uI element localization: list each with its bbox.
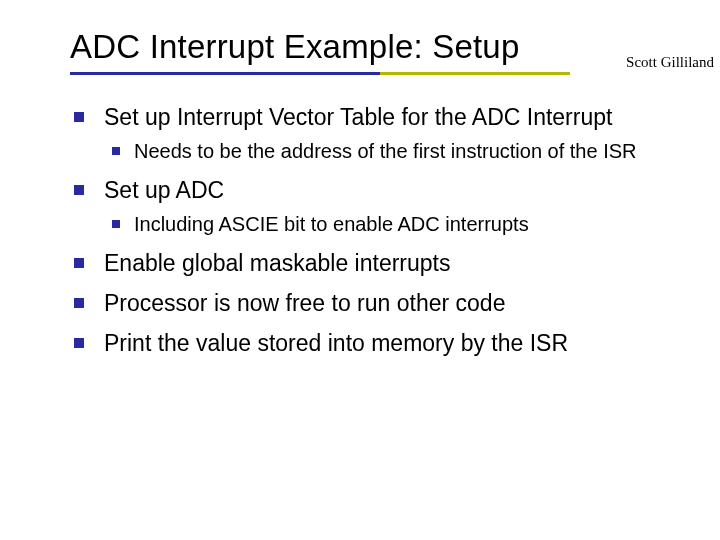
sub-bullet-text: Including ASCIE bit to enable ADC interr… bbox=[134, 213, 529, 235]
bullet-item: Processor is now free to run other code bbox=[70, 289, 690, 317]
bullet-text: Enable global maskable interrupts bbox=[104, 250, 450, 276]
title-block: ADC Interrupt Example: Setup bbox=[0, 28, 720, 75]
title-underline bbox=[70, 72, 570, 75]
bullet-item: Enable global maskable interrupts bbox=[70, 249, 690, 277]
bullet-text: Processor is now free to run other code bbox=[104, 290, 505, 316]
slide: Scott Gilliland ADC Interrupt Example: S… bbox=[0, 0, 720, 540]
bullet-text: Set up ADC bbox=[104, 177, 224, 203]
sub-bullet-text: Needs to be the address of the first ins… bbox=[134, 140, 637, 162]
bullet-item: Set up Interrupt Vector Table for the AD… bbox=[70, 103, 690, 164]
bullet-text: Print the value stored into memory by th… bbox=[104, 330, 568, 356]
bullet-item: Set up ADC Including ASCIE bit to enable… bbox=[70, 176, 690, 237]
slide-title: ADC Interrupt Example: Setup bbox=[70, 28, 698, 66]
sub-bullet-item: Including ASCIE bit to enable ADC interr… bbox=[104, 212, 690, 237]
sub-bullet-list: Including ASCIE bit to enable ADC interr… bbox=[104, 212, 690, 237]
slide-body: Set up Interrupt Vector Table for the AD… bbox=[0, 75, 720, 357]
sub-bullet-list: Needs to be the address of the first ins… bbox=[104, 139, 690, 164]
sub-bullet-item: Needs to be the address of the first ins… bbox=[104, 139, 690, 164]
bullet-text: Set up Interrupt Vector Table for the AD… bbox=[104, 104, 612, 130]
bullet-list: Set up Interrupt Vector Table for the AD… bbox=[70, 103, 690, 357]
author-name: Scott Gilliland bbox=[626, 54, 714, 71]
bullet-item: Print the value stored into memory by th… bbox=[70, 329, 690, 357]
